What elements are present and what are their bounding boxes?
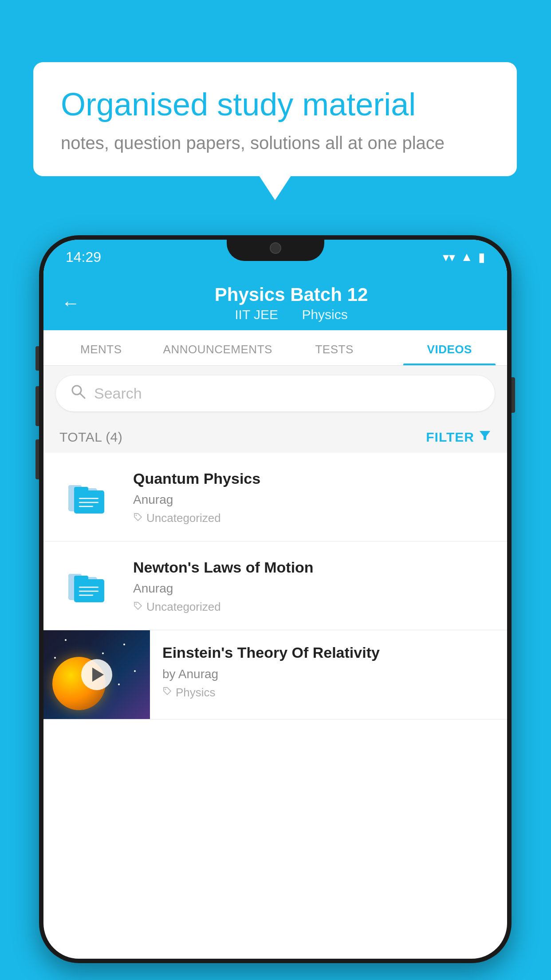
subtext: notes, question papers, solutions all at… — [61, 133, 489, 153]
tag-icon-1 — [133, 512, 143, 525]
list-item[interactable]: Einstein's Theory Of Relativity by Anura… — [43, 630, 507, 719]
svg-rect-14 — [74, 576, 88, 581]
video-author-2: Anurag — [133, 581, 491, 596]
tab-announcements[interactable]: ANNOUNCEMENTS — [159, 330, 277, 365]
headline: Organised study material — [61, 85, 489, 123]
video-info-1: Quantum Physics Anurag Uncategorized — [133, 469, 491, 525]
filter-bar: TOTAL (4) FILTER — [43, 421, 507, 453]
search-placeholder: Search — [94, 385, 142, 402]
header-subtitle: IIT JEE Physics — [93, 307, 489, 322]
folder-thumb-2 — [59, 561, 117, 610]
play-button[interactable] — [81, 659, 112, 690]
speech-bubble: Organised study material notes, question… — [33, 62, 517, 176]
filter-icon — [479, 429, 491, 445]
video-tag-3: Physics — [162, 686, 495, 699]
subtitle-part1: IIT JEE — [235, 307, 278, 322]
svg-line-1 — [80, 394, 85, 398]
tab-ments[interactable]: MENTS — [43, 330, 159, 365]
video-title-1: Quantum Physics — [133, 469, 491, 488]
tag-icon-2 — [133, 601, 143, 613]
header-title-area: Physics Batch 12 IIT JEE Physics — [93, 284, 489, 322]
video-info-2: Newton's Laws of Motion Anurag Uncategor… — [133, 557, 491, 614]
filter-button[interactable]: FILTER — [426, 429, 491, 445]
tab-videos[interactable]: VIDEOS — [392, 330, 507, 365]
video-thumbnail-3 — [43, 630, 150, 719]
wifi-icon: ▾▾ — [443, 250, 455, 265]
svg-point-18 — [136, 603, 137, 605]
status-time: 14:29 — [66, 249, 101, 265]
app-header-content: ← Physics Batch 12 IIT JEE Physics — [43, 274, 507, 330]
video-tag-text-3: Physics — [176, 686, 216, 699]
tabs-bar: MENTS ANNOUNCEMENTS TESTS VIDEOS — [43, 330, 507, 366]
header-title: Physics Batch 12 — [93, 284, 489, 305]
svg-point-19 — [165, 689, 166, 690]
volume-silent-button — [35, 346, 39, 371]
total-count: TOTAL (4) — [59, 430, 122, 445]
svg-rect-6 — [74, 487, 88, 493]
notch — [227, 235, 324, 261]
video-tag-text-1: Uncategorized — [146, 511, 221, 525]
svg-marker-2 — [480, 431, 490, 440]
phone-outer: 14:29 ▾▾ ▲ ▮ ← Physics Batch 12 IIT JEE — [39, 235, 512, 963]
phone-wrapper: 14:29 ▾▾ ▲ ▮ ← Physics Batch 12 IIT JEE — [39, 235, 512, 963]
status-icons: ▾▾ ▲ ▮ — [443, 250, 485, 265]
tab-tests[interactable]: TESTS — [277, 330, 392, 365]
list-item[interactable]: Newton's Laws of Motion Anurag Uncategor… — [43, 541, 507, 630]
video-list: Quantum Physics Anurag Uncategorized — [43, 453, 507, 719]
video-title-3: Einstein's Theory Of Relativity — [162, 643, 495, 662]
video-tag-1: Uncategorized — [133, 511, 491, 525]
play-triangle-icon — [92, 668, 104, 682]
video-author-1: Anurag — [133, 493, 491, 507]
signal-icon: ▲ — [460, 250, 473, 264]
list-item[interactable]: Quantum Physics Anurag Uncategorized — [43, 453, 507, 541]
volume-up-button — [35, 386, 39, 426]
phone-screen: 14:29 ▾▾ ▲ ▮ ← Physics Batch 12 IIT JEE — [43, 240, 507, 959]
video-tag-2: Uncategorized — [133, 600, 491, 614]
video-tag-text-2: Uncategorized — [146, 600, 221, 614]
subtitle-part2: Physics — [302, 307, 347, 322]
video-author-3: by Anurag — [162, 667, 495, 681]
folder-thumb-1 — [59, 473, 117, 522]
filter-label: FILTER — [426, 430, 474, 445]
back-button[interactable]: ← — [61, 292, 80, 314]
search-icon — [70, 383, 86, 403]
video-title-2: Newton's Laws of Motion — [133, 557, 491, 577]
video-info-3: Einstein's Theory Of Relativity by Anura… — [150, 630, 507, 711]
volume-down-button — [35, 439, 39, 479]
tag-icon-3 — [162, 686, 172, 699]
power-button — [512, 377, 515, 413]
battery-icon: ▮ — [478, 250, 485, 265]
search-container: Search — [43, 366, 507, 421]
front-camera — [270, 242, 281, 254]
svg-point-10 — [136, 514, 137, 516]
speech-bubble-container: Organised study material notes, question… — [33, 62, 517, 176]
search-bar[interactable]: Search — [56, 375, 495, 411]
